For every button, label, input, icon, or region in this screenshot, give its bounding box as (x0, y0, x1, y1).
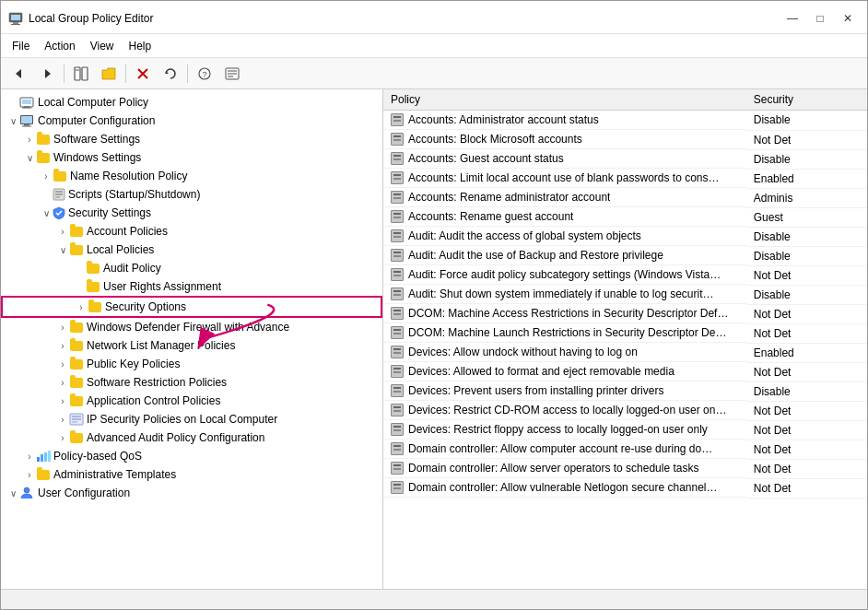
table-row[interactable]: Devices: Allowed to format and eject rem… (383, 362, 867, 381)
close-button[interactable]: ✕ (836, 9, 860, 28)
refresh-button[interactable] (158, 62, 183, 86)
tree-windows-settings[interactable]: ∨ Windows Settings (1, 148, 382, 167)
menu-help[interactable]: Help (122, 38, 159, 54)
policy-security: Not Det (746, 265, 867, 285)
policy-name: Domain controller: Allow server operator… (408, 462, 698, 475)
table-row[interactable]: Devices: Prevent users from installing p… (383, 381, 867, 401)
table-row[interactable]: Accounts: Block Microsoft accounts Not D… (383, 130, 867, 149)
computer-config-icon (19, 114, 34, 127)
policy-row-icon (391, 113, 404, 126)
policy-security: Not Det (746, 401, 867, 420)
back-button[interactable] (6, 62, 32, 86)
properties-button[interactable] (219, 62, 245, 86)
policy-security: Guest (746, 207, 867, 227)
table-row[interactable]: DCOM: Machine Access Restrictions in Sec… (383, 304, 867, 323)
table-row[interactable]: Audit: Force audit policy subcategory se… (383, 265, 867, 285)
tree-application-control[interactable]: › Application Control Policies (1, 392, 382, 410)
svg-marker-4 (16, 69, 21, 78)
policy-name: Accounts: Administrator account status (408, 113, 599, 126)
menu-view[interactable]: View (83, 38, 122, 54)
tree-network-list[interactable]: › Network List Manager Policies (1, 336, 382, 355)
tree-advanced-audit[interactable]: › Advanced Audit Policy Configuration (1, 428, 382, 447)
svg-marker-5 (45, 69, 51, 78)
title-bar: Local Group Policy Editor — □ ✕ (1, 1, 867, 34)
tree-computer-config[interactable]: ∨ Computer Configuration (1, 111, 382, 130)
tree-user-config[interactable]: ∨ User Configuration (1, 484, 382, 502)
show-hide-button[interactable] (68, 62, 94, 86)
tree-windows-defender[interactable]: › Windows Defender Firewall with Advance (1, 318, 382, 336)
wd-folder-icon (69, 320, 84, 334)
table-row[interactable]: Domain controller: Allow server operator… (383, 459, 867, 478)
col-security-header[interactable]: Security (746, 89, 867, 111)
table-row[interactable]: Accounts: Limit local account use of bla… (383, 169, 867, 188)
table-row[interactable]: Accounts: Rename guest account Guest (383, 207, 867, 227)
delete-button[interactable] (130, 62, 156, 86)
aa-expander: › (56, 433, 69, 443)
policy-name: Devices: Prevent users from installing p… (408, 384, 663, 397)
uc-expander: ∨ (6, 488, 19, 499)
secset-expander: ∨ (40, 208, 53, 218)
tree-policy-qos[interactable]: › Policy-based QoS (1, 447, 382, 465)
cc-expander: ∨ (6, 116, 19, 126)
policy-name: Audit: Audit the access of global system… (408, 229, 641, 242)
col-policy-header[interactable]: Policy (383, 89, 746, 111)
tree-software-restriction[interactable]: › Software Restriction Policies (1, 373, 382, 392)
table-row[interactable]: Accounts: Rename administrator account A… (383, 188, 867, 207)
forward-button[interactable] (34, 62, 60, 86)
tree-public-key[interactable]: › Public Key Policies (1, 355, 382, 373)
nr-folder-icon (53, 169, 67, 183)
policy-row-icon (391, 287, 404, 300)
tree-scripts[interactable]: Scripts (Startup/Shutdown) (1, 185, 382, 204)
policy-name: Devices: Allow undock without having to … (408, 346, 638, 358)
policy-name: Audit: Audit the use of Backup and Resto… (408, 249, 663, 262)
tree-root[interactable]: Local Computer Policy (1, 93, 382, 111)
tree-admin-templates[interactable]: › Administrative Templates (1, 465, 382, 484)
main-window: Local Group Policy Editor — □ ✕ File Act… (0, 0, 868, 610)
policy-name: Accounts: Limit local account use of bla… (408, 171, 720, 184)
policy-name: Accounts: Rename administrator account (408, 191, 610, 204)
lp-expander: ∨ (56, 245, 69, 255)
policy-row-icon (391, 346, 404, 358)
policy-security: Disable (746, 149, 867, 169)
nl-expander: › (56, 341, 69, 351)
tree-user-rights[interactable]: User Rights Assignment (1, 277, 382, 296)
svg-rect-21 (22, 108, 31, 109)
maximize-button[interactable]: □ (808, 9, 832, 28)
table-row[interactable]: Audit: Shut down system immediately if u… (383, 285, 867, 304)
tree-account-policies[interactable]: › Account Policies (1, 222, 382, 240)
table-row[interactable]: Domain controller: Allow vulnerable Netl… (383, 478, 867, 498)
ws-expander: ∨ (23, 153, 36, 163)
tree-security-options[interactable]: › Security Options (1, 296, 382, 318)
table-row[interactable]: Devices: Restrict CD-ROM access to local… (383, 401, 867, 420)
folder-button[interactable] (96, 62, 122, 86)
tree-software-settings[interactable]: › Software Settings (1, 130, 382, 148)
table-row[interactable]: Accounts: Guest account status Disable (383, 149, 867, 169)
minimize-button[interactable]: — (780, 9, 804, 28)
ac-expander: › (56, 396, 69, 406)
menu-file[interactable]: File (5, 38, 37, 54)
table-row[interactable]: Devices: Restrict floppy access to local… (383, 420, 867, 440)
policy-name: Domain controller: Allow computer accoun… (408, 442, 712, 455)
software-settings-label: Software Settings (53, 133, 140, 146)
public-key-label: Public Key Policies (87, 358, 180, 370)
tree-security-settings[interactable]: ∨ Security Settings (1, 204, 382, 222)
tree-audit-policy[interactable]: Audit Policy (1, 259, 382, 277)
security-settings-icon (53, 206, 65, 219)
help-button[interactable]: ? (192, 62, 217, 86)
policy-name: Accounts: Guest account status (408, 152, 564, 165)
table-row[interactable]: Accounts: Administrator account status D… (383, 111, 867, 131)
advanced-audit-label: Advanced Audit Policy Configuration (87, 431, 264, 444)
menu-action[interactable]: Action (37, 38, 82, 54)
table-row[interactable]: Audit: Audit the access of global system… (383, 227, 867, 246)
svg-point-38 (24, 487, 29, 493)
windows-settings-label: Windows Settings (53, 151, 141, 164)
tree-name-resolution[interactable]: › Name Resolution Policy (1, 167, 382, 185)
table-row[interactable]: DCOM: Machine Launch Restrictions in Sec… (383, 323, 867, 343)
admin-templates-label: Administrative Templates (53, 468, 176, 481)
tree-ip-security[interactable]: › IP Security Policies on Local Computer (1, 410, 382, 428)
table-row[interactable]: Devices: Allow undock without having to … (383, 343, 867, 362)
table-row[interactable]: Domain controller: Allow computer accoun… (383, 440, 867, 459)
svg-rect-20 (24, 106, 29, 108)
table-row[interactable]: Audit: Audit the use of Backup and Resto… (383, 246, 867, 265)
tree-local-policies[interactable]: ∨ Local Policies (1, 240, 382, 259)
